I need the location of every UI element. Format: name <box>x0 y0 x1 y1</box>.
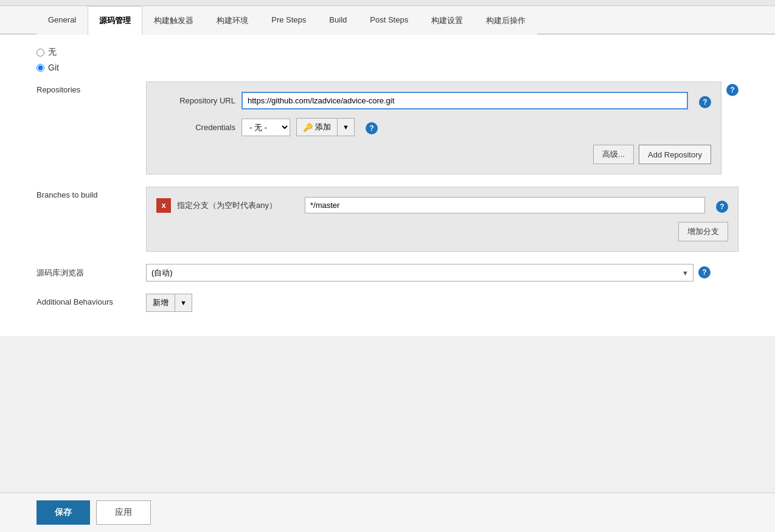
radio-none-input[interactable] <box>36 49 44 57</box>
add-credentials-label: 添加 <box>315 122 331 133</box>
repositories-row: Repositories Repository URL ? Credential… <box>36 81 739 174</box>
radio-git-option[interactable]: Git <box>36 63 739 72</box>
source-browser-select[interactable]: (自动) <box>146 264 693 282</box>
branches-label: Branches to build <box>36 187 146 199</box>
tab-env[interactable]: 构建环境 <box>205 6 260 35</box>
branch-item-row: x 指定分支（为空时代表any） ? <box>156 197 728 213</box>
branch-help-icon[interactable]: ? <box>716 201 728 213</box>
source-browser-label: 源码库浏览器 <box>36 264 146 278</box>
tab-presteps[interactable]: Pre Steps <box>260 6 318 35</box>
repositories-label: Repositories <box>36 81 146 94</box>
source-browser-wrapper: (自动) <box>146 264 693 282</box>
credentials-help-icon[interactable]: ? <box>366 122 378 134</box>
source-browser-help-icon[interactable]: ? <box>698 266 711 278</box>
additional-behaviours-label: Additional Behaviours <box>36 294 146 306</box>
add-new-combined: 新增 ▼ <box>146 294 192 312</box>
tab-poststeps[interactable]: Post Steps <box>358 6 420 35</box>
add-credentials-combined: 🔑 添加 ▼ <box>296 118 355 136</box>
branch-field-label: 指定分支（为空时代表any） <box>177 200 299 211</box>
key-icon: 🔑 <box>303 123 313 132</box>
credentials-select[interactable]: - 无 - <box>242 119 290 136</box>
tab-postbuild[interactable]: 构建后操作 <box>474 6 537 35</box>
radio-git-label: Git <box>48 63 59 72</box>
additional-behaviours-row: Additional Behaviours 新增 ▼ <box>36 294 739 312</box>
add-branch-button[interactable]: 增加分支 <box>678 222 728 241</box>
add-new-dropdown[interactable]: ▼ <box>175 294 192 312</box>
top-bar <box>0 0 775 6</box>
tab-build[interactable]: Build <box>318 6 358 35</box>
radio-group: 无 Git <box>36 47 739 72</box>
repositories-content: Repository URL ? Credentials - 无 - 🔑 添加 <box>146 81 721 174</box>
tab-triggers[interactable]: 构建触发器 <box>142 6 205 35</box>
additional-behaviours-content: 新增 ▼ <box>146 294 192 312</box>
add-credentials-button[interactable]: 🔑 添加 <box>296 118 337 136</box>
tab-settings[interactable]: 构建设置 <box>420 6 474 35</box>
radio-none-option[interactable]: 无 <box>36 47 739 58</box>
add-new-button[interactable]: 新增 <box>146 294 175 312</box>
content-area: 无 Git Repositories Repository URL ? Cred… <box>0 35 775 336</box>
branches-content: x 指定分支（为空时代表any） ? 增加分支 <box>146 187 739 252</box>
tab-general[interactable]: General <box>36 6 88 35</box>
repositories-section-help-icon[interactable]: ? <box>726 84 739 96</box>
repo-url-row: Repository URL ? <box>156 92 711 109</box>
add-credentials-dropdown[interactable]: ▼ <box>337 118 355 136</box>
radio-git-input[interactable] <box>36 64 44 72</box>
radio-none-label: 无 <box>48 47 57 58</box>
repo-url-label: Repository URL <box>156 96 235 105</box>
repo-url-input[interactable] <box>242 92 688 109</box>
tabs-bar: General 源码管理 构建触发器 构建环境 Pre Steps Build … <box>0 6 775 35</box>
tab-source[interactable]: 源码管理 <box>88 6 142 35</box>
credentials-label: Credentials <box>156 123 235 132</box>
main-container: General 源码管理 构建触发器 构建环境 Pre Steps Build … <box>0 6 775 336</box>
advanced-button[interactable]: 高级... <box>593 145 634 164</box>
branches-row: Branches to build x 指定分支（为空时代表any） ? 增加分… <box>36 187 739 252</box>
credentials-row: Credentials - 无 - 🔑 添加 ▼ ? <box>156 118 711 136</box>
repo-url-help-icon[interactable]: ? <box>699 96 711 108</box>
repo-action-buttons: 高级... Add Repository <box>156 145 711 164</box>
source-browser-row: 源码库浏览器 (自动) ? <box>36 264 739 282</box>
delete-branch-button[interactable]: x <box>156 198 171 213</box>
add-repository-button[interactable]: Add Repository <box>639 145 711 164</box>
branch-input[interactable] <box>305 197 705 213</box>
add-branch-row: 增加分支 <box>156 222 728 241</box>
